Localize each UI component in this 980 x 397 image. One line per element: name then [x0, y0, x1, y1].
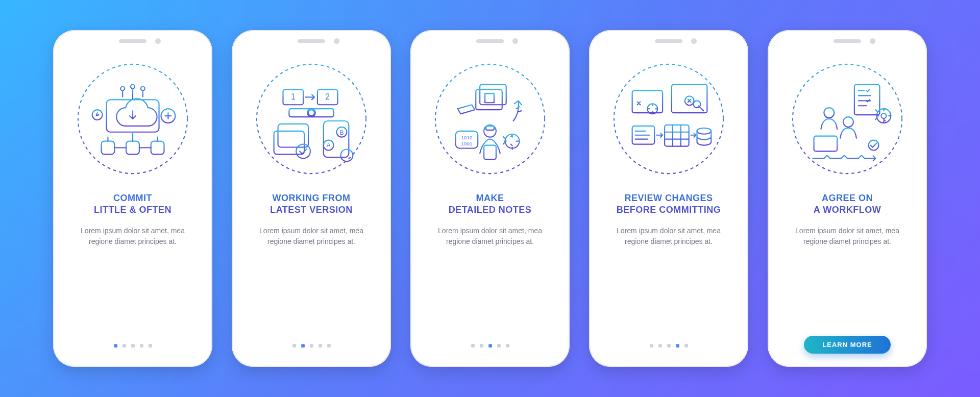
svg-rect-32	[484, 145, 496, 160]
svg-rect-44	[665, 125, 689, 146]
screen-description: Lorem ipsum dolor sit amet, mea regione …	[69, 226, 197, 247]
screen-description: Lorem ipsum dolor sit amet, mea regione …	[426, 226, 554, 247]
svg-text:A: A	[327, 142, 331, 150]
svg-text:1010: 1010	[461, 135, 473, 140]
page-indicator[interactable]	[650, 337, 688, 354]
review-db-icon	[609, 60, 728, 178]
dot-2[interactable]	[301, 344, 305, 348]
onboarding-screen-latest: 1 2 A B WORKING FROM LATEST VERSION Lore…	[232, 30, 391, 367]
onboarding-screen-review: REVIEW CHANGES BEFORE COMMITTING Lorem i…	[589, 30, 748, 367]
screen-title: AGREE ON A WORKFLOW	[814, 192, 881, 216]
dot-2[interactable]	[658, 344, 662, 348]
dot-3[interactable]	[667, 344, 671, 348]
screen-title: MAKE DETAILED NOTES	[449, 192, 532, 216]
page-indicator[interactable]	[114, 337, 152, 354]
svg-point-10	[257, 64, 366, 173]
svg-rect-52	[814, 136, 838, 152]
svg-rect-4	[151, 141, 164, 155]
svg-point-50	[824, 108, 834, 118]
svg-point-42	[694, 101, 701, 108]
screen-description: Lorem ipsum dolor sit amet, mea regione …	[783, 226, 911, 247]
dot-5[interactable]	[327, 344, 331, 348]
screen-title: REVIEW CHANGES BEFORE COMMITTING	[617, 192, 721, 216]
svg-point-7	[120, 87, 125, 91]
dot-3[interactable]	[131, 344, 135, 348]
dot-5[interactable]	[684, 344, 688, 348]
svg-text:1: 1	[291, 92, 296, 101]
svg-point-37	[614, 64, 723, 173]
dot-3[interactable]	[488, 344, 492, 348]
dot-1[interactable]	[292, 344, 296, 348]
svg-text:B: B	[340, 129, 344, 136]
dot-1[interactable]	[650, 344, 653, 348]
dot-2[interactable]	[122, 344, 126, 348]
svg-rect-29	[485, 93, 494, 103]
onboarding-screen-workflow: AGREE ON A WORKFLOW Lorem ipsum dolor si…	[768, 30, 927, 367]
svg-point-45	[697, 128, 712, 134]
dot-4[interactable]	[497, 344, 501, 348]
onboarding-screen-notes: 1010 1001 MAKE DETAILED NOTES Lorem ipsu…	[410, 30, 570, 367]
cloud-boxes-icon	[74, 60, 192, 178]
screen-description: Lorem ipsum dolor sit amet, mea regione …	[605, 226, 732, 247]
dot-4[interactable]	[140, 344, 143, 348]
learn-more-button[interactable]: LEARN MORE	[804, 336, 890, 354]
svg-point-46	[793, 64, 902, 173]
svg-rect-20	[324, 121, 349, 157]
svg-point-8	[141, 87, 145, 91]
svg-rect-2	[102, 141, 115, 155]
svg-point-49	[881, 113, 886, 118]
svg-point-26	[435, 64, 545, 173]
dot-4[interactable]	[676, 344, 679, 348]
coder-notes-icon: 1010 1001	[431, 60, 549, 178]
dot-2[interactable]	[480, 344, 483, 348]
svg-point-6	[131, 85, 135, 89]
dot-5[interactable]	[149, 344, 152, 348]
ab-test-icon: 1 2 A B	[252, 60, 371, 178]
svg-text:2: 2	[325, 92, 330, 101]
dot-4[interactable]	[318, 344, 322, 348]
screen-title: COMMIT LITTLE & OFTEN	[94, 192, 172, 216]
page-indicator[interactable]	[471, 337, 509, 354]
page-indicator[interactable]	[292, 337, 331, 354]
dot-1[interactable]	[471, 344, 475, 348]
svg-point-19	[296, 144, 310, 159]
dot-3[interactable]	[310, 344, 313, 348]
onboarding-screen-commit: COMMIT LITTLE & OFTEN Lorem ipsum dolor …	[53, 30, 212, 367]
screen-description: Lorem ipsum dolor sit amet, mea regione …	[248, 226, 375, 247]
team-workflow-icon	[788, 60, 906, 178]
svg-point-51	[843, 117, 853, 127]
svg-text:1001: 1001	[461, 141, 473, 146]
dot-1[interactable]	[114, 344, 117, 348]
svg-rect-31	[486, 126, 494, 130]
screen-title: WORKING FROM LATEST VERSION	[270, 192, 353, 216]
dot-5[interactable]	[506, 344, 509, 348]
svg-rect-3	[126, 141, 139, 155]
